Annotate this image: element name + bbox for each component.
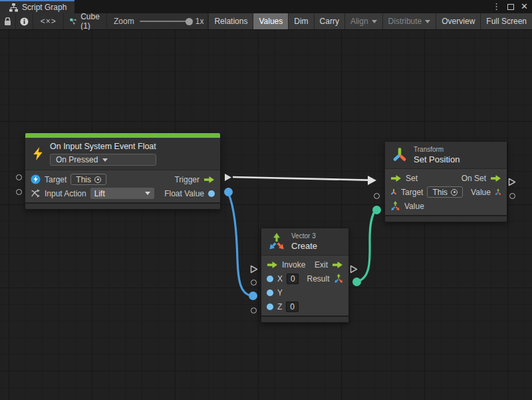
- port-setposition-value-out[interactable]: [509, 193, 515, 199]
- object-picker-icon: [94, 176, 101, 183]
- chevron-down-icon: [425, 20, 430, 23]
- target-this-button[interactable]: This: [427, 186, 463, 198]
- vector3-icon: [390, 201, 400, 211]
- event-input-action-row: Input Action Lift Float Value: [25, 186, 220, 200]
- zoom-slider-handle[interactable]: [186, 18, 193, 25]
- vector3-footer: [261, 315, 348, 322]
- fullscreen-button[interactable]: Full Screen: [480, 13, 532, 29]
- event-target-this-button[interactable]: This: [70, 174, 106, 185]
- carry-button[interactable]: Carry: [314, 13, 344, 29]
- wire-result-to-value[interactable]: [357, 210, 376, 282]
- value-in-port-label: Value: [404, 202, 424, 211]
- port-y-in[interactable]: [249, 292, 257, 300]
- z-value-input[interactable]: 0: [286, 301, 299, 312]
- event-target-row: Target This Trigger: [25, 172, 220, 186]
- relations-label: Relations: [214, 17, 247, 26]
- chevron-down-icon: [372, 20, 377, 23]
- node-set-position[interactable]: Transform Set Position Set On Set: [384, 141, 507, 222]
- set-position-footer: [385, 215, 507, 222]
- zoom-control: Zoom 1x: [107, 13, 208, 29]
- port-on-set-out[interactable]: [508, 178, 516, 186]
- set-position-header[interactable]: Transform Set Position: [385, 142, 507, 168]
- script-graph-icon: [9, 3, 18, 12]
- input-action-label: Input Action: [45, 189, 86, 198]
- vector3-header[interactable]: Vector 3 Create: [261, 228, 348, 255]
- window-menu-icon[interactable]: ⋮: [492, 0, 501, 13]
- zoom-label: Zoom: [114, 17, 134, 26]
- target-row: Target This Value: [385, 185, 507, 199]
- window-controls: ⋮ ✕: [492, 0, 529, 13]
- port-setposition-value-in[interactable]: [372, 206, 381, 214]
- code-preview-toggle[interactable]: <×>: [33, 13, 64, 29]
- port-exit-out[interactable]: [350, 265, 358, 274]
- z-row: Z 0: [261, 300, 348, 313]
- event-node-body: Target This Trigger: [25, 170, 220, 202]
- dim-button[interactable]: Dim: [288, 13, 313, 29]
- dim-label: Dim: [294, 17, 308, 26]
- input-action-icon: [31, 188, 41, 198]
- transform-icon: [392, 147, 408, 163]
- lock-button[interactable]: [0, 13, 16, 29]
- chevron-down-icon: [145, 192, 150, 195]
- vector3-body: Invoke Exit X 0 Result: [261, 255, 348, 315]
- float-port-icon: [267, 276, 273, 282]
- y-port-label: Y: [277, 288, 283, 298]
- breadcrumb[interactable]: Cube (1): [64, 13, 107, 29]
- exit-port-label: Exit: [315, 260, 328, 270]
- float-port-icon: [267, 290, 273, 296]
- align-dropdown[interactable]: Align: [344, 13, 382, 29]
- wire-trigger-to-set[interactable]: [233, 176, 376, 185]
- wire-floatvalue-to-y[interactable]: [229, 194, 251, 296]
- port-invoke-in[interactable]: [250, 265, 258, 274]
- port-result-out[interactable]: [352, 278, 361, 286]
- distribute-dropdown[interactable]: Distribute: [382, 13, 436, 29]
- graph-toolbar: <×> Cube (1) Zoom 1x Relations Values Di…: [0, 13, 532, 30]
- zoom-slider[interactable]: [140, 21, 190, 22]
- value-out-port-label: Value: [471, 188, 491, 197]
- port-x-in[interactable]: [251, 280, 257, 286]
- relations-button[interactable]: Relations: [208, 13, 253, 29]
- object-picker-icon: [451, 189, 458, 196]
- graph-canvas[interactable]: On Input System Event Float On Pressed T…: [0, 30, 532, 400]
- event-mode-dropdown[interactable]: On Pressed: [50, 154, 156, 166]
- flow-arrow-icon: [267, 261, 278, 269]
- float-port-icon: [208, 190, 215, 197]
- maximize-icon[interactable]: [507, 4, 514, 10]
- event-mode-value: On Pressed: [56, 155, 98, 164]
- flow-arrow-icon: [390, 174, 402, 182]
- info-icon: [20, 17, 29, 26]
- port-trigger-out[interactable]: [224, 173, 232, 182]
- window-titlebar: Script Graph ⋮ ✕: [0, 0, 532, 13]
- port-event-input-action-in[interactable]: [16, 189, 22, 195]
- node-on-input-system-event-float[interactable]: On Input System Event Float On Pressed T…: [25, 132, 221, 210]
- distribute-label: Distribute: [388, 17, 422, 26]
- gameobject-event-icon: [31, 174, 41, 184]
- values-button[interactable]: Values: [253, 13, 288, 29]
- x-value-input[interactable]: 0: [287, 274, 299, 284]
- node-vector3-create[interactable]: Vector 3 Create Invoke Exit X 0: [261, 228, 349, 323]
- graph-asset-icon: [70, 17, 76, 26]
- values-label: Values: [259, 17, 283, 26]
- set-position-body: Set On Set Target This: [385, 168, 507, 215]
- transform-icon: [390, 187, 397, 197]
- event-node-header[interactable]: On Input System Event Float On Pressed: [25, 138, 220, 170]
- port-setposition-target-in[interactable]: [374, 193, 380, 199]
- set-position-title: Set Position: [414, 154, 460, 164]
- inspect-button[interactable]: [16, 13, 33, 29]
- fullscreen-label: Full Screen: [486, 17, 527, 26]
- flow-arrow-icon: [332, 261, 343, 269]
- y-row: Y: [261, 286, 348, 300]
- chevron-down-icon: [102, 158, 108, 162]
- port-z-in[interactable]: [251, 307, 257, 313]
- invoke-port-label: Invoke: [282, 260, 305, 270]
- this-label: This: [432, 188, 448, 197]
- port-event-target-in[interactable]: [16, 174, 22, 180]
- input-action-select[interactable]: Lift: [90, 188, 154, 199]
- overview-button[interactable]: Overview: [436, 13, 480, 29]
- close-icon[interactable]: ✕: [521, 0, 528, 13]
- port-float-value-out[interactable]: [224, 188, 233, 196]
- zoom-value: 1x: [196, 17, 204, 26]
- lightning-bolt-icon: [32, 147, 44, 160]
- float-value-port-label: Float Value: [164, 189, 204, 198]
- tab-script-graph[interactable]: Script Graph: [0, 0, 74, 13]
